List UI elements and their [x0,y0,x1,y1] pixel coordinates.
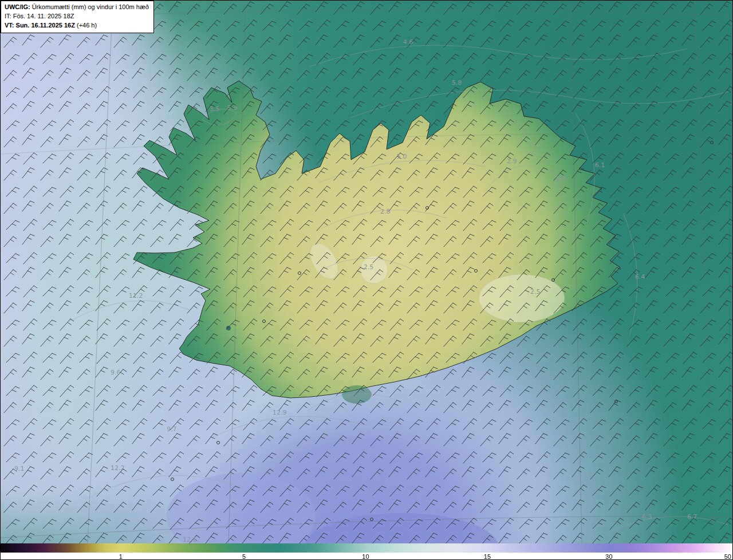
precip-label: 2.5 [364,263,374,271]
valid-time: VT: Sun. 16.11.2025 16Z [5,22,75,29]
lead-time: (+46 h) [75,22,97,29]
precip-label: 12.2 [111,464,125,472]
colorbar-tick-5: 5 [242,553,246,560]
precip-label: 6.3 [642,513,652,520]
colorbar-gradient [1,543,733,553]
precip-label: 2.8 [380,208,391,215]
weather-map-page: 4.65.83.55.95.02.92.46.12.82.52.56.411.2… [0,0,733,560]
colorbar-ticks: 1510153050 [1,553,733,560]
wind-barbs-layer [1,1,733,543]
precip-label: 9.1 [14,465,25,472]
colorbar-tick-30: 30 [605,553,612,560]
colorbar-tick-15: 15 [484,553,491,560]
precip-label: 6.4 [635,273,645,281]
colorbar-tick-10: 10 [362,553,369,560]
title-line-1: UWC/IG: Úrkomumætti (mm) og vindur i 100… [5,3,149,12]
title-box: UWC/IG: Úrkomumætti (mm) og vindur i 100… [1,1,154,33]
weather-map: 4.65.83.55.95.02.92.46.12.82.52.56.411.2… [1,1,733,543]
precip-label: 9.6 [111,369,121,376]
precip-label: 11.2 [129,292,143,299]
precip-label: 2.5 [530,288,541,295]
precip-label: 9.7 [167,425,177,433]
precip-label: 12.6 [183,536,197,543]
precip-label: 5.0 [397,153,407,160]
precip-label: 2.9 [507,157,517,165]
init-time: IT: Fös. 14. 11. 2025 18Z [5,12,149,21]
precip-label: 5.9 [227,104,238,112]
precip-label: 6.1 [595,161,605,169]
colorbar-tick-1: 1 [119,553,123,560]
precip-label: 4.6 [403,38,413,46]
title-line-3: VT: Sun. 16.11.2025 16Z (+46 h) [5,21,149,30]
colorbar: 1510153050 [1,543,733,560]
precip-label: 5.8 [452,79,462,86]
product-title: Úrkomumætti (mm) og vindur i 100m hæð [30,3,149,10]
precip-label: 4.8 [346,393,357,401]
precip-label: 2.4 [556,175,566,183]
product-label: UWC/IG: [5,3,30,10]
precip-label: 12.9 [273,409,287,416]
precip-label: 6.7 [687,513,697,520]
colorbar-tick-50: 50 [724,553,731,560]
precip-label: 3.5 [210,105,220,113]
